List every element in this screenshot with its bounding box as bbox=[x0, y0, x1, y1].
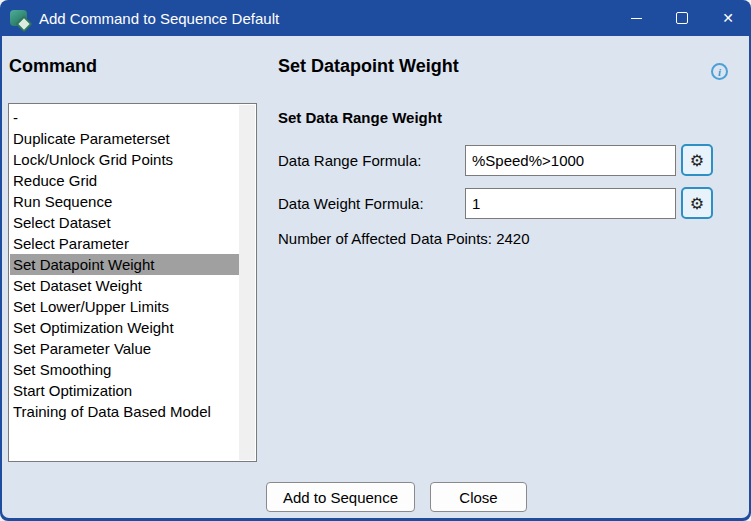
data-weight-formula-editor-button[interactable]: ⚙ bbox=[681, 187, 713, 219]
command-listbox[interactable]: - Duplicate Parameterset Lock/Unlock Gri… bbox=[8, 103, 257, 462]
data-weight-formula-input[interactable] bbox=[465, 188, 676, 219]
minimize-button[interactable] bbox=[613, 0, 659, 36]
gear-icon: ⚙ bbox=[690, 151, 704, 170]
command-list: - Duplicate Parameterset Lock/Unlock Gri… bbox=[10, 107, 239, 422]
gear-icon: ⚙ bbox=[690, 194, 704, 213]
command-list-item[interactable]: Lock/Unlock Grid Points bbox=[10, 149, 239, 170]
close-button[interactable]: ✕ bbox=[705, 0, 751, 36]
window-title: Add Command to Sequence Default bbox=[39, 10, 279, 27]
close-dialog-button[interactable]: Close bbox=[430, 482, 527, 512]
data-range-formula-editor-button[interactable]: ⚙ bbox=[681, 144, 713, 176]
command-list-item[interactable]: Start Optimization bbox=[10, 380, 239, 401]
minimize-icon bbox=[631, 18, 642, 19]
app-icon bbox=[10, 10, 27, 26]
section-heading: Set Data Range Weight bbox=[278, 109, 442, 126]
command-list-item[interactable]: Duplicate Parameterset bbox=[10, 128, 239, 149]
command-list-item[interactable]: Select Dataset bbox=[10, 212, 239, 233]
command-list-item[interactable]: Set Lower/Upper Limits bbox=[10, 296, 239, 317]
info-icon[interactable]: i bbox=[711, 63, 728, 80]
command-list-item[interactable]: Training of Data Based Model bbox=[10, 401, 239, 422]
maximize-button[interactable] bbox=[659, 0, 705, 36]
command-list-item[interactable]: Set Parameter Value bbox=[10, 338, 239, 359]
command-list-item[interactable]: - bbox=[10, 107, 239, 128]
add-to-sequence-button[interactable]: Add to Sequence bbox=[266, 482, 415, 512]
command-list-item[interactable]: Set Optimization Weight bbox=[10, 317, 239, 338]
command-list-item[interactable]: Set Smoothing bbox=[10, 359, 239, 380]
maximize-icon bbox=[676, 12, 688, 24]
dialog-window: Add Command to Sequence Default ✕ Comman… bbox=[0, 0, 751, 521]
affected-points-text: Number of Affected Data Points: 2420 bbox=[278, 230, 530, 247]
command-list-item[interactable]: Reduce Grid bbox=[10, 170, 239, 191]
command-list-item[interactable]: Select Parameter bbox=[10, 233, 239, 254]
data-range-formula-label: Data Range Formula: bbox=[278, 145, 421, 176]
command-heading: Command bbox=[9, 56, 97, 77]
listbox-scrollbar[interactable] bbox=[239, 105, 255, 460]
title-bar: Add Command to Sequence Default ✕ bbox=[0, 0, 751, 36]
data-weight-formula-label: Data Weight Formula: bbox=[278, 188, 424, 219]
command-list-item[interactable]: Set Datapoint Weight bbox=[10, 254, 239, 275]
app-icon-badge bbox=[16, 16, 33, 33]
command-list-item[interactable]: Set Dataset Weight bbox=[10, 275, 239, 296]
close-icon: ✕ bbox=[722, 11, 734, 25]
command-list-item[interactable]: Run Sequence bbox=[10, 191, 239, 212]
page-title: Set Datapoint Weight bbox=[278, 56, 459, 77]
data-range-formula-input[interactable] bbox=[465, 145, 676, 176]
